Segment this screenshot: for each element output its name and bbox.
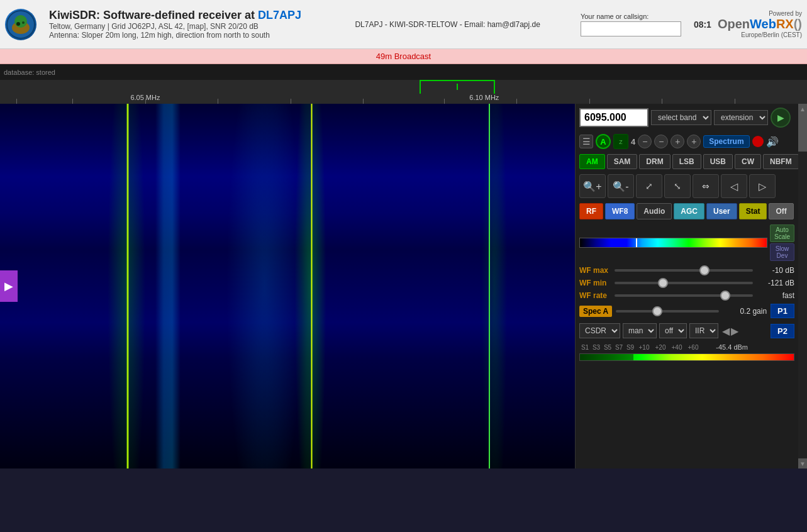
s3-label: S3 bbox=[591, 344, 602, 351]
agc-button[interactable]: AGC bbox=[674, 203, 704, 219]
plus-button-1[interactable]: + bbox=[671, 135, 684, 148]
minus-button-2[interactable]: − bbox=[654, 135, 668, 148]
nav-prev-button[interactable]: ◁ bbox=[721, 174, 747, 198]
wf-rate-thumb[interactable] bbox=[720, 291, 730, 301]
spec-a-slider[interactable] bbox=[616, 310, 719, 313]
mode-lsb-button[interactable]: LSB bbox=[672, 154, 701, 169]
nav-next-button[interactable]: ▷ bbox=[749, 174, 776, 198]
user-button[interactable]: User bbox=[706, 203, 737, 219]
wf-max-value: -10 dB bbox=[757, 266, 794, 275]
svg-point-4 bbox=[22, 21, 25, 24]
scroll-down-arrow[interactable]: ▼ bbox=[798, 458, 807, 468]
wf-max-slider[interactable] bbox=[615, 269, 753, 272]
kiwisdr-logo bbox=[5, 9, 36, 40]
frequency-input[interactable]: 6095.000 bbox=[579, 108, 648, 127]
wf8-button[interactable]: WF8 bbox=[605, 203, 635, 219]
mode-buttons-row: AM SAM DRM LSB USB CW NBFM IQ bbox=[576, 152, 798, 172]
man-select[interactable]: man bbox=[623, 323, 657, 338]
csdr-select[interactable]: CSDR bbox=[579, 323, 620, 338]
p1-button[interactable]: P1 bbox=[771, 304, 794, 318]
wf-rate-label: WF rate bbox=[579, 291, 611, 300]
s7-label: S7 bbox=[613, 344, 625, 351]
scroll-track[interactable] bbox=[798, 114, 807, 458]
off-button[interactable]: Off bbox=[769, 203, 793, 219]
wf-header: database: stored bbox=[0, 64, 807, 80]
dbm-value: -45.4 dBm bbox=[704, 343, 748, 351]
mode-sam-button[interactable]: SAM bbox=[607, 154, 638, 169]
freq-label-605: 6.05 MHz bbox=[130, 94, 160, 101]
s10-label: +10 bbox=[636, 344, 652, 351]
audio-button[interactable]: Audio bbox=[637, 203, 672, 219]
wf-min-thumb[interactable] bbox=[658, 278, 668, 288]
record-button[interactable] bbox=[752, 136, 764, 147]
zoom-in-button[interactable]: 🔍+ bbox=[579, 174, 606, 198]
auto-scale-button[interactable]: AutoScale bbox=[770, 224, 794, 242]
freq-selector[interactable] bbox=[420, 80, 495, 94]
sound-icon[interactable]: 🔊 bbox=[766, 136, 779, 148]
powered-by-text: Powered by bbox=[769, 10, 802, 17]
freq-display-row: 6095.000 select band extension ▶ bbox=[576, 104, 798, 131]
expand-button[interactable]: ⤡ bbox=[664, 174, 691, 198]
band-select[interactable]: select band bbox=[651, 110, 711, 125]
scroll-up-arrow[interactable]: ▲ bbox=[798, 104, 807, 114]
svg-point-3 bbox=[16, 22, 20, 26]
wf-min-value: -121 dB bbox=[757, 279, 794, 287]
wf-rate-slider[interactable] bbox=[615, 294, 753, 297]
signal-line-1 bbox=[126, 104, 129, 468]
off-select[interactable]: off bbox=[659, 323, 687, 338]
callsign-link[interactable]: DL7APJ bbox=[258, 9, 301, 21]
timezone: Europe/Berlin (CEST) bbox=[741, 31, 802, 38]
s60-label: +60 bbox=[685, 344, 701, 351]
openwebrx-logo: OpenWebRX() bbox=[718, 17, 802, 31]
slow-dev-button[interactable]: SlowDev bbox=[770, 243, 794, 261]
hamburger-menu-icon[interactable]: ☰ bbox=[579, 135, 593, 148]
spec-a-label: Spec A bbox=[579, 306, 612, 317]
s20-label: +20 bbox=[652, 344, 669, 351]
meter-bar bbox=[579, 353, 794, 361]
extension-select[interactable]: extension bbox=[714, 110, 768, 125]
spectrum-button[interactable]: Spectrum bbox=[703, 135, 749, 148]
wf-max-thumb[interactable] bbox=[699, 265, 710, 275]
antenna-line: Antenna: Sloper 20m long, 12m high, dire… bbox=[49, 31, 314, 40]
spec-a-thumb[interactable] bbox=[652, 306, 662, 316]
channel-z-indicator: z bbox=[613, 134, 628, 149]
callsign-area: Your name or callsign: bbox=[581, 13, 681, 36]
color-marker bbox=[636, 238, 637, 247]
spec-a-row: Spec A 0.2 gain P1 bbox=[576, 301, 798, 321]
status-row: RF WF8 Audio AGC User Stat Off bbox=[576, 201, 798, 222]
waterfall[interactable]: ▶ bbox=[0, 104, 575, 468]
ctrl-scrollbar[interactable]: ▲ ▼ bbox=[798, 104, 807, 468]
band-label: 49m Broadcast bbox=[376, 52, 431, 61]
play-circle-button[interactable]: ▶ bbox=[771, 108, 791, 128]
mode-nbfm-button[interactable]: NBFM bbox=[763, 154, 798, 169]
wf-max-row: WF max -10 dB bbox=[576, 263, 798, 276]
channel-a-button[interactable]: A bbox=[596, 134, 611, 149]
wf-rate-value: fast bbox=[757, 291, 794, 300]
iir-select[interactable]: IIR bbox=[689, 323, 718, 338]
mode-drm-button[interactable]: DRM bbox=[639, 154, 670, 169]
location-line: Teltow, Germany | Grid JO62PJ, ASL 42, [… bbox=[49, 22, 314, 31]
plus-button-2[interactable]: + bbox=[687, 135, 701, 148]
s1-label: S1 bbox=[579, 344, 591, 351]
minus-button-1[interactable]: − bbox=[638, 135, 652, 148]
stat-button[interactable]: Stat bbox=[739, 203, 767, 219]
band-bar: 49m Broadcast bbox=[0, 49, 807, 64]
rf-button[interactable]: RF bbox=[579, 203, 603, 219]
mode-usb-button[interactable]: USB bbox=[703, 154, 733, 169]
scroll-thumb[interactable] bbox=[798, 114, 807, 152]
time-area: 08:1 bbox=[694, 19, 711, 30]
wf-min-slider[interactable] bbox=[615, 282, 753, 284]
freq-axis[interactable]: 6.05 MHz 6.10 MHz bbox=[0, 80, 807, 104]
fit-width-button[interactable]: ⤢ bbox=[636, 174, 662, 198]
arrow-left-right-button[interactable]: ⇔ bbox=[693, 174, 719, 198]
play-button[interactable]: ▶ bbox=[0, 270, 18, 302]
zoom-out-button[interactable]: 🔍- bbox=[608, 174, 634, 198]
callsign-label: Your name or callsign: bbox=[581, 13, 648, 20]
callsign-input[interactable] bbox=[581, 21, 681, 36]
logo-area bbox=[5, 9, 36, 40]
signal-line-2 bbox=[311, 104, 313, 468]
mode-cw-button[interactable]: CW bbox=[735, 154, 761, 169]
mode-am-button[interactable]: AM bbox=[579, 154, 605, 169]
p2-button[interactable]: P2 bbox=[771, 324, 794, 338]
signal-line-3 bbox=[155, 104, 181, 468]
